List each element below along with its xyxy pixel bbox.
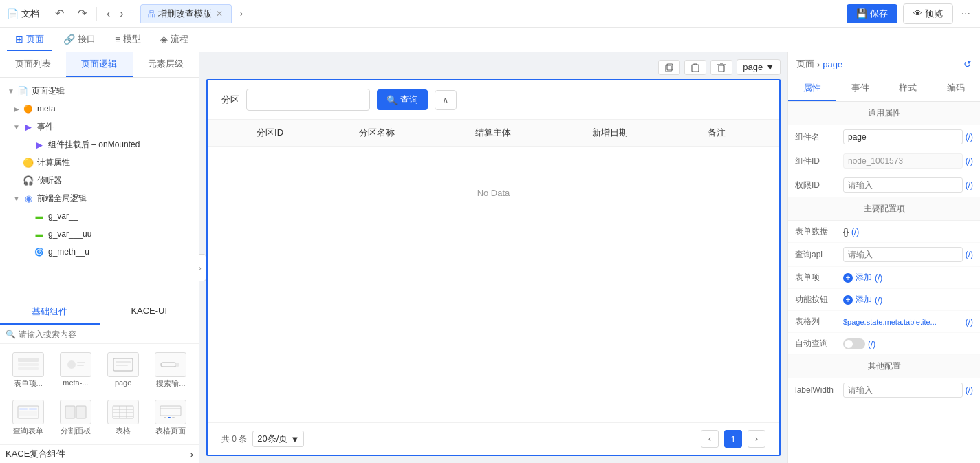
tree-item-onmounted[interactable]: ▶ ▶ 组件挂载后 – onMounted bbox=[0, 136, 199, 153]
perm-id-input[interactable] bbox=[843, 177, 963, 193]
per-page-select[interactable]: 20条/页 ▼ bbox=[252, 431, 304, 447]
meta-expand-icon[interactable]: ▶ bbox=[11, 103, 22, 114]
comp-item-meta[interactable]: meta-... bbox=[53, 349, 98, 391]
form-items-slash[interactable]: (/) bbox=[875, 273, 882, 283]
tab-kace-comp[interactable]: KACE-UI bbox=[100, 300, 199, 325]
comp-item-table-page[interactable]: 表格页面 bbox=[149, 397, 193, 439]
events-label: 事件 bbox=[37, 121, 193, 133]
add-form-item-link[interactable]: 添加 bbox=[856, 272, 872, 283]
comp-item-form-table[interactable]: 表单项... bbox=[6, 349, 50, 391]
perm-id-slash[interactable]: (/) bbox=[966, 180, 973, 190]
query-api-input[interactable] bbox=[843, 247, 963, 262]
col-header-1: 分区名称 bbox=[318, 127, 435, 139]
next-page-button[interactable]: › bbox=[748, 430, 765, 448]
nav-arrows: ‹ › bbox=[102, 5, 128, 23]
tab-page-logic[interactable]: 页面逻辑 bbox=[66, 52, 132, 77]
comp-name-input[interactable] bbox=[843, 129, 963, 144]
copy-button[interactable] bbox=[658, 60, 680, 75]
kace-section-title[interactable]: KACE复合组件 › bbox=[0, 445, 199, 463]
comp-icon-query-form bbox=[12, 400, 44, 424]
tab-flow[interactable]: ◈ 流程 bbox=[152, 29, 197, 51]
comp-label-search: 搜索输... bbox=[156, 378, 185, 389]
auto-query-toggle[interactable] bbox=[843, 338, 865, 349]
comp-icon-table-page bbox=[155, 400, 186, 424]
tab-nav-right[interactable]: › bbox=[236, 6, 247, 21]
add-func-btn-icon[interactable]: + bbox=[843, 295, 853, 305]
collapse-query-button[interactable]: ∧ bbox=[435, 90, 457, 110]
tab-style[interactable]: 样式 bbox=[884, 76, 933, 101]
undo-button[interactable]: ↶ bbox=[51, 4, 68, 23]
comp-name-slash[interactable]: (/) bbox=[966, 132, 973, 142]
tree-item-global[interactable]: ▼ ◉ 前端全局逻辑 bbox=[0, 189, 199, 207]
query-input[interactable] bbox=[246, 89, 370, 111]
label-width-input[interactable] bbox=[843, 383, 963, 398]
form-data-slash[interactable]: (/) bbox=[851, 227, 859, 237]
comp-item-page[interactable]: page bbox=[101, 349, 146, 391]
auto-query-slash[interactable]: (/) bbox=[868, 339, 875, 349]
preview-button[interactable]: 👁 预览 bbox=[903, 3, 953, 24]
label-width-slash[interactable]: (/) bbox=[966, 385, 973, 395]
tree-item-gvar-uu[interactable]: ▶ ▬ g_var___uu bbox=[0, 225, 199, 243]
func-btns-slash[interactable]: (/) bbox=[875, 295, 882, 305]
redo-button[interactable]: ↷ bbox=[74, 4, 91, 23]
table-cols-value: $page.state.meta.table.ite... (/) bbox=[843, 317, 973, 327]
tree-item-gvar[interactable]: ▶ ▬ g_var__ bbox=[0, 207, 199, 225]
more-button[interactable]: ··· bbox=[959, 5, 973, 23]
table-cols-slash[interactable]: (/) bbox=[966, 317, 973, 327]
query-button[interactable]: 🔍 查询 bbox=[377, 89, 428, 110]
root-expand-icon[interactable]: ▼ bbox=[6, 85, 17, 96]
comp-item-query-form[interactable]: 查询表单 bbox=[6, 397, 50, 439]
element-layer-label: 元素层级 bbox=[148, 58, 184, 69]
tab-props[interactable]: 属性 bbox=[788, 76, 836, 101]
nav-right-button[interactable]: › bbox=[116, 5, 127, 23]
onmounted-icon: ▶ bbox=[33, 138, 45, 151]
tree-root[interactable]: ▼ 📄 页面逻辑 bbox=[0, 82, 199, 100]
comp-icon-table bbox=[107, 400, 139, 424]
tree-item-meta[interactable]: ▶ 🟠 meta bbox=[0, 100, 199, 118]
prev-page-button[interactable]: ‹ bbox=[701, 430, 719, 448]
tab-close-button[interactable]: ✕ bbox=[215, 9, 224, 19]
tab-api[interactable]: 🔗 接口 bbox=[55, 29, 104, 51]
tab-model[interactable]: ≡ 模型 bbox=[107, 29, 149, 51]
add-func-btn-link[interactable]: 添加 bbox=[856, 294, 872, 305]
tab-element-layer[interactable]: 元素层级 bbox=[133, 52, 199, 77]
query-label: 分区 bbox=[221, 94, 239, 106]
paste-button[interactable] bbox=[684, 60, 706, 75]
delete-button[interactable] bbox=[710, 60, 732, 75]
col-header-2: 结算主体 bbox=[435, 127, 552, 139]
perm-id-label: 权限ID bbox=[795, 180, 843, 191]
comp-item-search[interactable]: 搜索输... bbox=[149, 349, 193, 391]
table-header: 分区ID 分区名称 结算主体 新增日期 备注 bbox=[208, 120, 779, 147]
global-expand-icon[interactable]: ▼ bbox=[11, 193, 22, 204]
svg-rect-15 bbox=[65, 406, 75, 418]
toggle-knob bbox=[845, 340, 853, 348]
comp-label-table-page: 表格页面 bbox=[155, 426, 186, 436]
query-search-icon: 🔍 bbox=[386, 95, 398, 105]
active-tab[interactable]: 品 增删改查模版 ✕ bbox=[140, 4, 232, 23]
tree-item-events[interactable]: ▼ ▶ 事件 bbox=[0, 118, 199, 136]
component-grid-2: 查询表单 分割面板 表格 表格页面 bbox=[0, 397, 199, 444]
comp-item-table[interactable]: 表格 bbox=[101, 397, 146, 439]
nav-left-button[interactable]: ‹ bbox=[102, 5, 114, 23]
svg-rect-8 bbox=[116, 365, 128, 366]
comp-id-slash[interactable]: (/) bbox=[966, 156, 973, 166]
tab-page[interactable]: ⊞ 页面 bbox=[7, 29, 52, 51]
comp-item-split-panel[interactable]: 分割面板 bbox=[53, 397, 98, 439]
tree-item-listener[interactable]: ▶ 🎧 侦听器 bbox=[0, 171, 199, 189]
events-expand-icon[interactable]: ▼ bbox=[11, 121, 22, 132]
tab-basic-comp[interactable]: 基础组件 bbox=[0, 300, 100, 325]
add-form-item-icon[interactable]: + bbox=[843, 273, 853, 283]
tab-code[interactable]: 编码 bbox=[932, 76, 980, 101]
computed-icon: 🟡 bbox=[22, 156, 34, 169]
collapse-handle[interactable]: » bbox=[199, 254, 206, 281]
current-page-button[interactable]: 1 bbox=[724, 430, 742, 448]
tree-item-gmeth[interactable]: ▶ 🌀 g_meth__u bbox=[0, 243, 199, 261]
top-bar-right: 💾 保存 👁 预览 ··· bbox=[847, 3, 973, 24]
tree-item-computed[interactable]: ▶ 🟡 计算属性 bbox=[0, 153, 199, 171]
refresh-icon[interactable]: ↺ bbox=[963, 58, 972, 69]
search-input[interactable] bbox=[19, 330, 193, 339]
save-button[interactable]: 💾 保存 bbox=[847, 4, 897, 23]
tab-page-list[interactable]: 页面列表 bbox=[0, 52, 66, 77]
query-api-slash[interactable]: (/) bbox=[966, 250, 973, 259]
tab-events[interactable]: 事件 bbox=[836, 76, 884, 101]
